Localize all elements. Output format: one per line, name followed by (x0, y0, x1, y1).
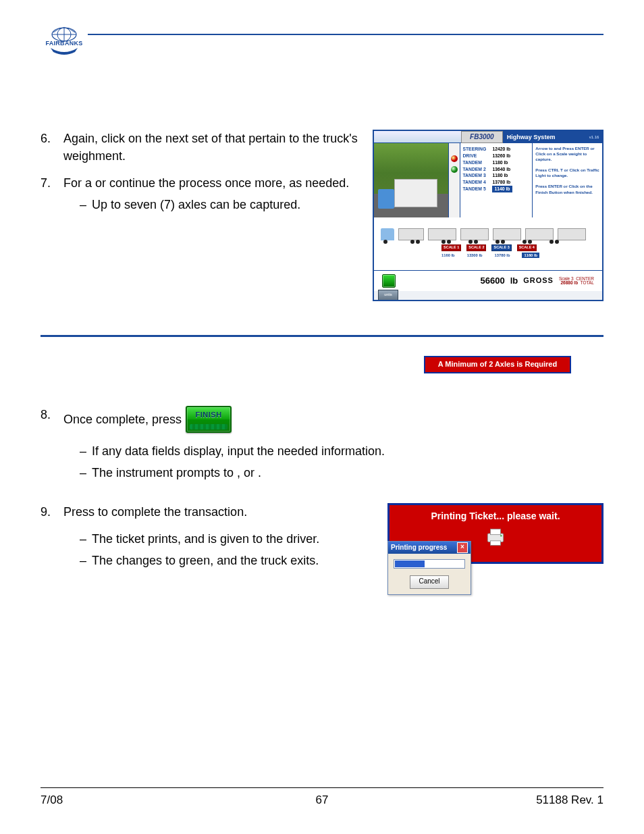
fb3000-screenshot: FB3000 Highway System v1.16 ST (373, 130, 603, 301)
green-light-icon (451, 166, 458, 173)
printer-icon (484, 527, 507, 547)
logo-text: FAIRBANKS (41, 40, 88, 47)
units-button[interactable]: units (378, 290, 398, 301)
truck-photo (374, 143, 449, 217)
footer-page: 67 (228, 793, 416, 807)
dialog-title: Printing progress (391, 543, 447, 553)
step-7: 7. For a or continue the process once mo… (41, 174, 359, 217)
step-6: 6. Again, click on the next set of that … (41, 130, 359, 165)
app-title: Highway System (503, 131, 586, 143)
row-step-9: 9. Press to complete the transaction. Th… (41, 503, 603, 583)
footer-date: 7/08 (41, 793, 228, 807)
page-footer: 7/08 67 51188 Rev. 1 (41, 782, 603, 807)
footer-doc: 51188 Rev. 1 (416, 793, 603, 807)
page: FAIRBANKS 6. Again, click on the next se… (0, 0, 644, 834)
svg-rect-6 (491, 541, 501, 546)
cancel-button[interactable]: Cancel (410, 575, 449, 589)
units-row: units (374, 291, 602, 301)
traffic-light[interactable] (449, 143, 460, 217)
step-7-sub: Up to seven (7) axles can be captured. (80, 196, 359, 213)
close-icon[interactable]: × (457, 542, 468, 553)
printing-banner-text: Printing Ticket... please wait. (431, 509, 560, 523)
svg-point-7 (500, 536, 502, 537)
app-version: v1.16 (586, 131, 602, 143)
red-light-icon (451, 155, 458, 162)
hints-panel: Arrow to and Press ENTER or Click on a S… (533, 143, 602, 217)
gross-row: 56600 lb GROSS Scale 3 CENTER 26880 lb T… (374, 270, 602, 291)
content: 6. Again, click on the next set of that … (41, 130, 603, 583)
printing-progress-dialog: Printing progress × Cancel (387, 541, 471, 595)
row-steps-6-7: 6. Again, click on the next set of that … (41, 130, 603, 301)
step-9: 9. Press to complete the transaction. Th… (41, 503, 374, 573)
finish-indicator-button[interactable] (382, 274, 396, 288)
axle-warning-banner: A Minimum of 2 Axles is Required (424, 356, 571, 373)
section-rule (41, 335, 603, 337)
step-8: 8. Once complete, press FINISH If any da… (41, 406, 603, 486)
progress-bar (394, 559, 465, 569)
logo-ribbon-icon (49, 47, 79, 55)
app-logo: FB3000 (461, 131, 503, 143)
fairbanks-logo: FAIRBANKS (41, 24, 88, 55)
svg-rect-5 (491, 529, 501, 535)
weight-readout: STEERING12420 lb DRIVE13260 lb TANDEM118… (460, 143, 533, 217)
finish-button[interactable]: FINISH (186, 406, 232, 433)
header-rule (88, 34, 603, 35)
truck-schematic: SCALE 1 SCALE 2 SCALE 3 SCALE 4 1160 lb … (374, 217, 602, 270)
